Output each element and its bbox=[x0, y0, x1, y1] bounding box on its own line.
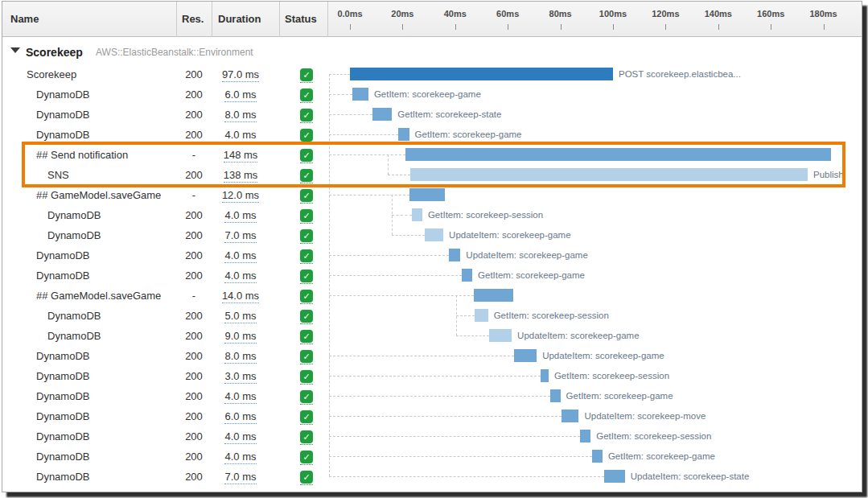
trace-row[interactable]: Scorekeep20097.0 ms✓POST scorekeep.elast… bbox=[2, 64, 862, 84]
trace-row[interactable]: DynamoDB2007.0 ms✓UpdateItem: scorekeep-… bbox=[2, 225, 862, 245]
trace-row[interactable]: DynamoDB2008.0 ms✓GetItem: scorekeep-sta… bbox=[2, 105, 862, 125]
status-ok-icon[interactable]: ✓ bbox=[300, 370, 313, 383]
row-duration[interactable]: 138 ms bbox=[224, 169, 258, 183]
axis-tick-mark bbox=[402, 24, 403, 30]
status-ok-icon[interactable]: ✓ bbox=[300, 88, 313, 101]
row-name[interactable]: DynamoDB bbox=[36, 109, 89, 121]
row-duration[interactable]: 12.0 ms bbox=[222, 189, 259, 203]
row-duration[interactable]: 4.0 ms bbox=[224, 249, 256, 263]
row-name[interactable]: DynamoDB bbox=[47, 330, 101, 342]
status-ok-icon[interactable]: ✓ bbox=[300, 129, 313, 142]
row-duration[interactable]: 3.0 ms bbox=[224, 370, 256, 384]
timeline-bar[interactable] bbox=[541, 369, 549, 382]
row-name[interactable]: DynamoDB bbox=[36, 270, 89, 282]
row-name[interactable]: DynamoDB bbox=[36, 129, 89, 141]
row-duration[interactable]: 7.0 ms bbox=[224, 229, 256, 243]
status-ok-icon[interactable]: ✓ bbox=[300, 290, 313, 303]
trace-row[interactable]: DynamoDB2004.0 ms✓GetItem: scorekeep-gam… bbox=[2, 125, 862, 145]
status-ok-icon[interactable]: ✓ bbox=[300, 68, 313, 81]
collapse-triangle-icon[interactable] bbox=[10, 47, 20, 53]
row-duration[interactable]: 4.0 ms bbox=[224, 430, 256, 444]
timeline-bar[interactable] bbox=[462, 269, 472, 282]
row-name[interactable]: DynamoDB bbox=[47, 229, 101, 241]
timeline-bar[interactable] bbox=[412, 208, 422, 221]
row-name[interactable]: Scorekeep bbox=[27, 68, 76, 80]
row-duration[interactable]: 4.0 ms bbox=[224, 451, 256, 464]
trace-row[interactable]: ## GameModel.saveGame-12.0 ms✓ bbox=[2, 185, 862, 205]
status-ok-icon[interactable]: ✓ bbox=[300, 310, 313, 323]
row-name[interactable]: SNS bbox=[47, 169, 69, 181]
row-name[interactable]: DynamoDB bbox=[36, 451, 89, 463]
row-name[interactable]: DynamoDB bbox=[36, 249, 89, 261]
timeline-bar[interactable] bbox=[449, 249, 461, 261]
timeline-bar[interactable] bbox=[592, 450, 603, 463]
status-ok-icon[interactable]: ✓ bbox=[300, 169, 313, 182]
row-name[interactable]: ## GameModel.saveGame bbox=[36, 290, 161, 302]
row-name[interactable]: ## Send notification bbox=[36, 149, 128, 161]
status-ok-icon[interactable]: ✓ bbox=[300, 350, 313, 363]
trace-row[interactable]: DynamoDB2005.0 ms✓GetItem: scorekeep-ses… bbox=[2, 306, 862, 326]
row-duration[interactable]: 14.0 ms bbox=[222, 290, 259, 303]
trace-row[interactable]: ## Send notification-148 ms✓ bbox=[2, 145, 862, 165]
row-duration[interactable]: 4.0 ms bbox=[224, 209, 256, 223]
row-name[interactable]: DynamoDB bbox=[36, 88, 89, 101]
row-duration[interactable]: 8.0 ms bbox=[224, 350, 256, 364]
row-duration[interactable]: 148 ms bbox=[224, 149, 258, 163]
timeline-bar[interactable] bbox=[350, 68, 613, 80]
trace-row[interactable]: SNS200138 ms✓Publish bbox=[2, 165, 862, 185]
row-name[interactable]: DynamoDB bbox=[36, 471, 89, 483]
timeline-bar[interactable] bbox=[425, 228, 443, 241]
status-ok-icon[interactable]: ✓ bbox=[300, 189, 313, 202]
row-duration[interactable]: 4.0 ms bbox=[224, 270, 256, 283]
row-duration[interactable]: 7.0 ms bbox=[224, 471, 256, 484]
connector-line bbox=[329, 114, 372, 115]
status-ok-icon[interactable]: ✓ bbox=[300, 149, 313, 162]
trace-row[interactable]: DynamoDB2004.0 ms✓GetItem: scorekeep-ses… bbox=[2, 205, 862, 225]
status-ok-icon[interactable]: ✓ bbox=[300, 410, 313, 423]
timeline-bar[interactable] bbox=[604, 470, 625, 483]
status-ok-icon[interactable]: ✓ bbox=[300, 430, 313, 443]
row-duration[interactable]: 6.0 ms bbox=[224, 410, 256, 424]
status-ok-icon[interactable]: ✓ bbox=[300, 209, 313, 222]
timeline-bar[interactable] bbox=[474, 289, 513, 302]
status-ok-icon[interactable]: ✓ bbox=[300, 471, 313, 484]
status-ok-icon[interactable]: ✓ bbox=[300, 330, 313, 343]
row-name[interactable]: ## GameModel.saveGame bbox=[36, 189, 161, 201]
row-name[interactable]: DynamoDB bbox=[47, 209, 101, 221]
row-duration[interactable]: 4.0 ms bbox=[224, 390, 256, 404]
row-duration[interactable]: 97.0 ms bbox=[222, 68, 259, 82]
row-name[interactable]: DynamoDB bbox=[36, 350, 89, 362]
row-name[interactable]: DynamoDB bbox=[36, 370, 89, 382]
timeline-bar[interactable] bbox=[562, 410, 578, 422]
timeline-bar[interactable] bbox=[372, 108, 393, 121]
timeline-bar[interactable] bbox=[580, 430, 590, 442]
timeline-bar[interactable] bbox=[352, 88, 368, 101]
segment-group-row[interactable]: Scorekeep AWS::ElasticBeanstalk::Environ… bbox=[2, 37, 862, 64]
row-name[interactable]: DynamoDB bbox=[36, 430, 89, 442]
row-duration[interactable]: 9.0 ms bbox=[224, 330, 256, 344]
timeline-bar[interactable] bbox=[409, 188, 445, 201]
status-ok-icon[interactable]: ✓ bbox=[300, 390, 313, 403]
status-ok-icon[interactable]: ✓ bbox=[300, 270, 313, 282]
timeline-bar[interactable] bbox=[405, 148, 832, 161]
status-ok-icon[interactable]: ✓ bbox=[300, 451, 313, 463]
timeline-bar[interactable] bbox=[489, 329, 512, 342]
status-ok-icon[interactable]: ✓ bbox=[300, 249, 313, 262]
row-name[interactable]: DynamoDB bbox=[36, 390, 89, 402]
trace-row[interactable]: DynamoDB2009.0 ms✓UpdateItem: scorekeep-… bbox=[2, 326, 862, 346]
timeline-bar[interactable] bbox=[398, 128, 409, 141]
status-ok-icon[interactable]: ✓ bbox=[300, 229, 313, 242]
row-duration[interactable]: 8.0 ms bbox=[224, 109, 256, 122]
status-ok-icon[interactable]: ✓ bbox=[300, 109, 313, 121]
timeline-bar[interactable] bbox=[475, 309, 487, 322]
row-duration[interactable]: 4.0 ms bbox=[224, 129, 256, 142]
timeline-bar[interactable] bbox=[514, 349, 537, 362]
row-name[interactable]: DynamoDB bbox=[36, 410, 89, 422]
row-duration[interactable]: 5.0 ms bbox=[224, 310, 256, 323]
connector-line bbox=[392, 235, 426, 236]
row-duration[interactable]: 6.0 ms bbox=[224, 88, 256, 102]
row-name[interactable]: DynamoDB bbox=[47, 310, 101, 322]
trace-row[interactable]: DynamoDB2006.0 ms✓GetItem: scorekeep-gam… bbox=[2, 84, 862, 105]
timeline-bar[interactable] bbox=[550, 389, 561, 402]
timeline-bar[interactable] bbox=[410, 168, 808, 181]
